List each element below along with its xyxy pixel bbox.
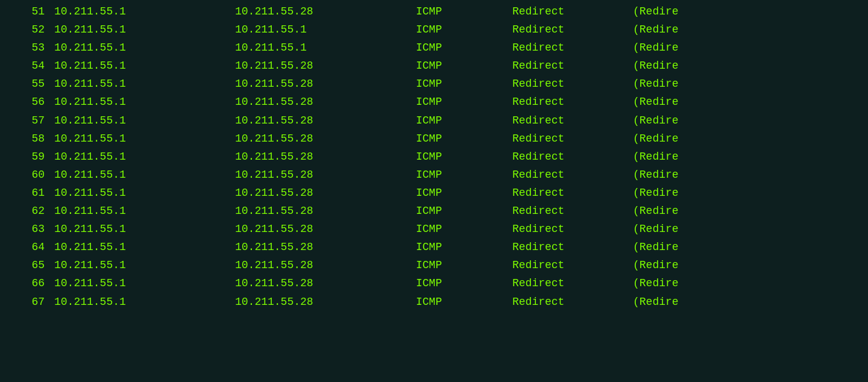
table-row[interactable]: 67 10.211.55.1 10.211.55.28 ICMP Redirec… — [0, 293, 868, 311]
packet-detail: (Redire — [633, 4, 868, 19]
table-row[interactable]: 55 10.211.55.1 10.211.55.28 ICMP Redirec… — [0, 75, 868, 93]
packet-info: Redirect — [512, 76, 633, 92]
packet-info: Redirect — [512, 275, 633, 291]
packet-number: 66 — [0, 275, 54, 291]
table-row[interactable]: 58 10.211.55.1 10.211.55.28 ICMP Redirec… — [0, 130, 868, 148]
packet-protocol: ICMP — [416, 22, 512, 37]
packet-number: 53 — [0, 40, 54, 55]
packet-source: 10.211.55.1 — [54, 22, 235, 37]
packet-info: Redirect — [512, 167, 633, 183]
packet-detail: (Redire — [633, 167, 868, 183]
packet-destination: 10.211.55.28 — [235, 294, 416, 310]
packet-info: Redirect — [512, 294, 633, 310]
packet-destination: 10.211.55.1 — [235, 22, 416, 37]
packet-destination: 10.211.55.28 — [235, 131, 416, 146]
packet-number: 52 — [0, 22, 54, 37]
packet-protocol: ICMP — [416, 76, 512, 92]
packet-destination: 10.211.55.28 — [235, 203, 416, 219]
packet-number: 63 — [0, 221, 54, 237]
packet-source: 10.211.55.1 — [54, 149, 235, 164]
packet-detail: (Redire — [633, 131, 868, 146]
packet-detail: (Redire — [633, 203, 868, 219]
packet-protocol: ICMP — [416, 239, 512, 255]
table-row[interactable]: 65 10.211.55.1 10.211.55.28 ICMP Redirec… — [0, 256, 868, 274]
packet-protocol: ICMP — [416, 58, 512, 74]
packet-protocol: ICMP — [416, 257, 512, 273]
table-row[interactable]: 57 10.211.55.1 10.211.55.28 ICMP Redirec… — [0, 111, 868, 130]
packet-source: 10.211.55.1 — [54, 185, 235, 201]
packet-number: 56 — [0, 94, 54, 110]
packet-source: 10.211.55.1 — [54, 275, 235, 291]
packet-number: 58 — [0, 131, 54, 146]
packet-protocol: ICMP — [416, 221, 512, 237]
packet-detail: (Redire — [633, 275, 868, 291]
packet-number: 61 — [0, 185, 54, 201]
packet-source: 10.211.55.1 — [54, 40, 235, 55]
table-row[interactable]: 56 10.211.55.1 10.211.55.28 ICMP Redirec… — [0, 93, 868, 111]
packet-destination: 10.211.55.28 — [235, 221, 416, 237]
packet-number: 51 — [0, 4, 54, 19]
packet-destination: 10.211.55.28 — [235, 94, 416, 110]
packet-protocol: ICMP — [416, 4, 512, 19]
packet-detail: (Redire — [633, 40, 868, 55]
table-row[interactable]: 63 10.211.55.1 10.211.55.28 ICMP Redirec… — [0, 220, 868, 238]
packet-protocol: ICMP — [416, 149, 512, 164]
packet-destination: 10.211.55.28 — [235, 239, 416, 255]
packet-detail: (Redire — [633, 221, 868, 237]
packet-info: Redirect — [512, 22, 633, 37]
packet-detail: (Redire — [633, 239, 868, 255]
packet-detail: (Redire — [633, 149, 868, 164]
packet-protocol: ICMP — [416, 167, 512, 183]
packet-source: 10.211.55.1 — [54, 94, 235, 110]
packet-info: Redirect — [512, 113, 633, 128]
packet-protocol: ICMP — [416, 131, 512, 146]
packet-source: 10.211.55.1 — [54, 76, 235, 92]
packet-number: 55 — [0, 76, 54, 92]
packet-detail: (Redire — [633, 185, 868, 201]
packet-number: 54 — [0, 58, 54, 74]
packet-info: Redirect — [512, 58, 633, 74]
table-row[interactable]: 54 10.211.55.1 10.211.55.28 ICMP Redirec… — [0, 57, 868, 75]
packet-source: 10.211.55.1 — [54, 221, 235, 237]
packet-detail: (Redire — [633, 113, 868, 128]
packet-protocol: ICMP — [416, 275, 512, 291]
packet-protocol: ICMP — [416, 203, 512, 219]
table-row[interactable]: 60 10.211.55.1 10.211.55.28 ICMP Redirec… — [0, 166, 868, 184]
packet-source: 10.211.55.1 — [54, 4, 235, 19]
packet-destination: 10.211.55.28 — [235, 167, 416, 183]
packet-source: 10.211.55.1 — [54, 203, 235, 219]
packet-number: 62 — [0, 203, 54, 219]
packet-destination: 10.211.55.28 — [235, 275, 416, 291]
packet-detail: (Redire — [633, 294, 868, 310]
packet-destination: 10.211.55.1 — [235, 40, 416, 55]
packet-number: 60 — [0, 167, 54, 183]
packet-info: Redirect — [512, 239, 633, 255]
table-row[interactable]: 62 10.211.55.1 10.211.55.28 ICMP Redirec… — [0, 202, 868, 220]
packet-info: Redirect — [512, 131, 633, 146]
packet-protocol: ICMP — [416, 40, 512, 55]
packet-destination: 10.211.55.28 — [235, 257, 416, 273]
packet-protocol: ICMP — [416, 185, 512, 201]
packet-detail: (Redire — [633, 94, 868, 110]
packet-protocol: ICMP — [416, 113, 512, 128]
packet-source: 10.211.55.1 — [54, 239, 235, 255]
packet-detail: (Redire — [633, 257, 868, 273]
packet-detail: (Redire — [633, 22, 868, 37]
table-row[interactable]: 53 10.211.55.1 10.211.55.1 ICMP Redirect… — [0, 39, 868, 57]
packet-source: 10.211.55.1 — [54, 294, 235, 310]
packet-detail: (Redire — [633, 58, 868, 74]
packet-source: 10.211.55.1 — [54, 257, 235, 273]
packet-protocol: ICMP — [416, 294, 512, 310]
packet-destination: 10.211.55.28 — [235, 185, 416, 201]
table-row[interactable]: 52 10.211.55.1 10.211.55.1 ICMP Redirect… — [0, 20, 868, 39]
packet-number: 65 — [0, 257, 54, 273]
packet-number: 67 — [0, 294, 54, 310]
table-row[interactable]: 64 10.211.55.1 10.211.55.28 ICMP Redirec… — [0, 238, 868, 256]
packet-destination: 10.211.55.28 — [235, 113, 416, 128]
table-row[interactable]: 66 10.211.55.1 10.211.55.28 ICMP Redirec… — [0, 274, 868, 292]
table-row[interactable]: 51 10.211.55.1 10.211.55.28 ICMP Redirec… — [0, 2, 868, 20]
table-row[interactable]: 61 10.211.55.1 10.211.55.28 ICMP Redirec… — [0, 184, 868, 202]
table-row[interactable]: 59 10.211.55.1 10.211.55.28 ICMP Redirec… — [0, 148, 868, 166]
packet-info: Redirect — [512, 4, 633, 19]
packet-destination: 10.211.55.28 — [235, 58, 416, 74]
